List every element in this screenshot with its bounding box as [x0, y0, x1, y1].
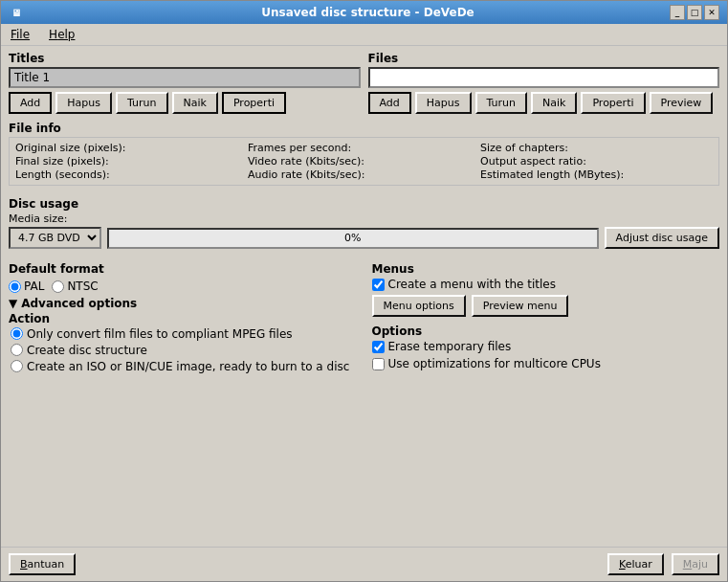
menus-section: Menus Create a menu with the titles Menu…	[372, 262, 720, 317]
files-naik-button[interactable]: Naik	[531, 92, 577, 114]
titles-panel: Titles Title 1 Add Hapus Turun Naik Prop…	[9, 52, 361, 114]
disc-usage-section: Disc usage Media size: 4.7 GB DVD 8.5 GB…	[9, 193, 719, 249]
main-window: 🖥 Unsaved disc structure - DeVeDe _ □ ✕ …	[0, 0, 728, 582]
titles-turun-button[interactable]: Turun	[116, 92, 168, 114]
action-radio-group: Only convert film files to compliant MPE…	[11, 327, 357, 373]
erase-temp-checkbox-label[interactable]: Erase temporary files	[372, 340, 720, 353]
file-info-col3: Size of chapters: Output aspect ratio: E…	[480, 142, 713, 181]
estimated-length-label: Estimated length (MBytes):	[480, 168, 713, 181]
files-add-button[interactable]: Add	[368, 92, 411, 114]
menu-btn-row: Menu options Preview menu	[372, 295, 720, 317]
menu-help[interactable]: Help	[43, 26, 80, 43]
action-mpeg-radio[interactable]	[11, 327, 23, 340]
create-menu-label: Create a menu with the titles	[388, 278, 556, 291]
length-label: Length (seconds):	[15, 168, 248, 181]
action-title: Action	[9, 312, 357, 325]
action-disc-radio[interactable]	[11, 344, 23, 356]
action-disc-label[interactable]: Create disc structure	[11, 344, 357, 357]
file-info-section: File info Original size (pixels): Final …	[9, 118, 719, 186]
final-size-label: Final size (pixels):	[15, 155, 248, 168]
media-size-select[interactable]: 4.7 GB DVD 8.5 GB DVD 700 MB CD 1.4 GB C…	[9, 227, 101, 249]
footer: Bantuan Keluar Maju	[1, 547, 727, 581]
titles-btn-row: Add Hapus Turun Naik Properti	[9, 92, 361, 114]
files-properti-button[interactable]: Properti	[581, 92, 645, 114]
options-section: Options Erase temporary files Use optimi…	[372, 325, 720, 370]
file-info-box: Original size (pixels): Final size (pixe…	[9, 137, 719, 186]
window-title: Unsaved disc structure - DeVeDe	[66, 6, 670, 19]
files-btn-row: Add Hapus Turun Naik Properti Preview	[368, 92, 720, 114]
pal-radio-label[interactable]: PAL	[9, 280, 44, 293]
disc-usage-row: 4.7 GB DVD 8.5 GB DVD 700 MB CD 1.4 GB C…	[9, 227, 719, 249]
chapters-label: Size of chapters:	[480, 142, 713, 154]
disc-usage-title: Disc usage	[9, 197, 719, 211]
progress-label: 0%	[344, 232, 361, 244]
action-iso-radio[interactable]	[11, 360, 23, 372]
default-format-title: Default format	[9, 262, 357, 276]
action-mpeg-text: Only convert film files to compliant MPE…	[27, 327, 293, 341]
list-item[interactable]: Title 1	[11, 69, 359, 86]
top-panels: Titles Title 1 Add Hapus Turun Naik Prop…	[9, 52, 719, 114]
erase-temp-checkbox[interactable]	[372, 341, 385, 353]
action-disc-text: Create disc structure	[27, 344, 147, 357]
advanced-options-label: Advanced options	[21, 297, 137, 310]
format-radio-group: PAL NTSC	[9, 280, 357, 293]
multicore-label: Use optimizations for multicore CPUs	[388, 357, 601, 370]
action-mpeg-label[interactable]: Only convert film files to compliant MPE…	[11, 327, 357, 341]
files-hapus-button[interactable]: Hapus	[415, 92, 472, 114]
disc-progress-bar: 0%	[107, 228, 599, 249]
maju-button[interactable]: Maju	[672, 553, 719, 575]
files-preview-button[interactable]: Preview	[650, 92, 714, 114]
titles-label: Titles	[9, 52, 361, 65]
right-col: Menus Create a menu with the titles Menu…	[372, 258, 720, 374]
titles-add-button[interactable]: Add	[9, 92, 52, 114]
files-panel: Files Add Hapus Turun Naik Properti Prev…	[368, 52, 720, 114]
file-info-col1: Original size (pixels): Final size (pixe…	[15, 142, 248, 181]
ntsc-label: NTSC	[67, 280, 98, 293]
titles-naik-button[interactable]: Naik	[172, 92, 218, 114]
close-button[interactable]: ✕	[704, 5, 719, 20]
file-info-col2: Frames per second: Video rate (Kbits/sec…	[248, 142, 480, 181]
maximize-button[interactable]: □	[687, 5, 702, 20]
titles-properti-button[interactable]: Properti	[222, 92, 286, 114]
media-size-label: Media size:	[9, 213, 719, 225]
footer-right-buttons: Keluar Maju	[607, 553, 719, 575]
window-controls: _ □ ✕	[670, 5, 719, 20]
ntsc-radio-label[interactable]: NTSC	[52, 280, 98, 293]
adjust-disc-button[interactable]: Adjust disc usage	[605, 227, 719, 249]
ntsc-radio[interactable]	[52, 280, 64, 293]
multicore-checkbox-label[interactable]: Use optimizations for multicore CPUs	[372, 357, 720, 370]
aspect-ratio-label: Output aspect ratio:	[480, 155, 713, 168]
files-turun-button[interactable]: Turun	[475, 92, 528, 114]
titlebar: 🖥 Unsaved disc structure - DeVeDe _ □ ✕	[1, 1, 727, 24]
original-size-label: Original size (pixels):	[15, 142, 248, 154]
audio-rate-label: Audio rate (Kbits/sec):	[248, 168, 480, 181]
bottom-section: Default format PAL NTSC ▼ Advanced optio…	[9, 258, 719, 374]
menubar: File Help	[1, 24, 727, 46]
create-menu-checkbox[interactable]	[372, 279, 385, 291]
titles-listbox[interactable]: Title 1	[9, 67, 361, 88]
advanced-options-header[interactable]: ▼ Advanced options	[9, 297, 357, 310]
menu-file[interactable]: File	[5, 26, 35, 43]
action-iso-label[interactable]: Create an ISO or BIN/CUE image, ready to…	[11, 360, 357, 373]
bantuan-button[interactable]: Bantuan	[9, 553, 76, 575]
menu-options-button[interactable]: Menu options	[372, 295, 466, 317]
keluar-button[interactable]: Keluar	[607, 553, 664, 575]
action-iso-text: Create an ISO or BIN/CUE image, ready to…	[27, 360, 349, 373]
advanced-collapse-icon: ▼	[9, 297, 17, 310]
file-info-title: File info	[9, 122, 719, 135]
window-icon: 🖥	[9, 5, 24, 20]
pal-label: PAL	[24, 280, 44, 293]
main-content: Titles Title 1 Add Hapus Turun Naik Prop…	[1, 46, 727, 547]
options-title: Options	[372, 325, 720, 338]
preview-menu-button[interactable]: Preview menu	[472, 295, 569, 317]
titles-hapus-button[interactable]: Hapus	[55, 92, 112, 114]
video-rate-label: Video rate (Kbits/sec):	[248, 155, 480, 168]
files-label: Files	[368, 52, 720, 65]
multicore-checkbox[interactable]	[372, 358, 385, 370]
left-col: Default format PAL NTSC ▼ Advanced optio…	[9, 258, 357, 374]
files-listbox[interactable]	[368, 67, 720, 88]
minimize-button[interactable]: _	[670, 5, 685, 20]
erase-temp-label: Erase temporary files	[388, 340, 512, 353]
create-menu-checkbox-label[interactable]: Create a menu with the titles	[372, 278, 720, 291]
pal-radio[interactable]	[9, 280, 21, 293]
